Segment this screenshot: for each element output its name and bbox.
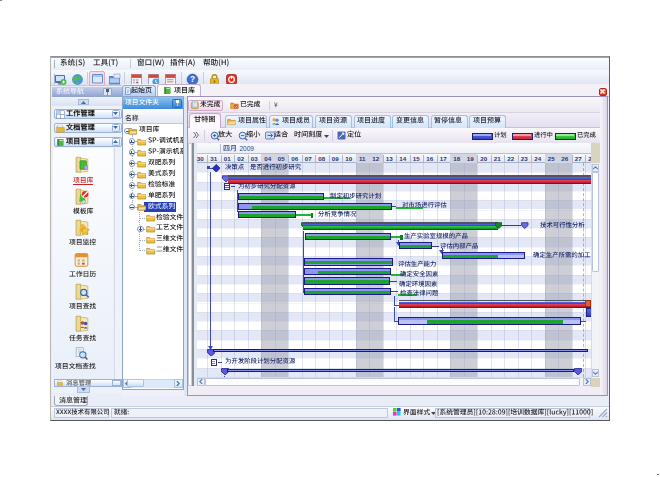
svg-text:?: ?	[190, 75, 195, 84]
